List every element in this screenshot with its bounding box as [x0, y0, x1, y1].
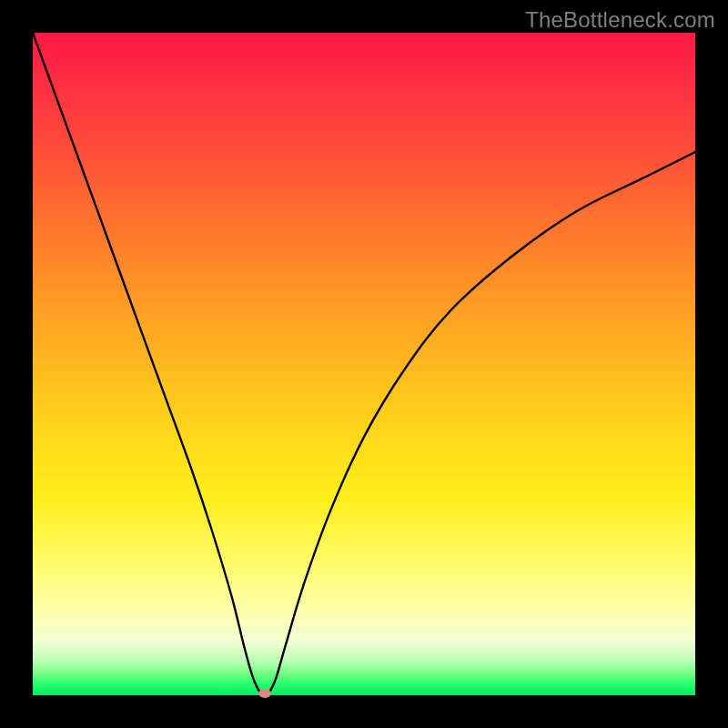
chart-frame: TheBottleneck.com — [0, 0, 728, 728]
bottleneck-curve — [33, 33, 695, 695]
plot-area — [33, 33, 695, 695]
optimal-point-marker — [258, 689, 271, 698]
watermark-text: TheBottleneck.com — [525, 7, 715, 33]
